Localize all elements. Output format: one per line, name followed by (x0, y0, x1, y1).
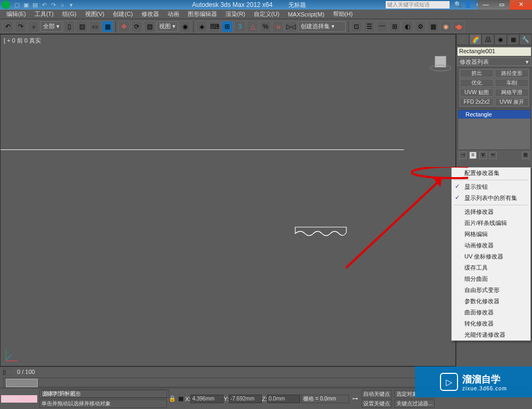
rendered-frame-icon[interactable]: ▦ (427, 21, 439, 32)
minimize-button[interactable]: — (478, 0, 494, 10)
tab-modify-icon[interactable]: 🌈 (469, 34, 482, 45)
mirror-icon[interactable]: ▷◁ (285, 21, 297, 32)
align-icon[interactable]: ⊡ (351, 21, 362, 32)
coord-y-input[interactable] (229, 395, 262, 403)
edit-named-sel-icon[interactable]: ⊌ (272, 21, 284, 32)
rotate-icon[interactable]: ⟳ (131, 21, 143, 32)
menu-mesh-editing[interactable]: 网格编辑 (452, 229, 530, 240)
menu-animation-modifiers[interactable]: 动画修改器 (452, 240, 530, 251)
key-mode-icon[interactable]: ⊶ (352, 395, 358, 402)
menu-show-buttons[interactable]: 显示按钮 (452, 181, 530, 193)
close-button[interactable]: ✕ (510, 0, 532, 10)
render-icon[interactable]: ◉ (440, 21, 452, 32)
add-time-tag-field[interactable]: 添加时间标记 (41, 389, 169, 398)
menu-maxscript[interactable]: MAXScript(M) (284, 10, 328, 19)
mod-btn-uvw-unwrap[interactable]: UVW 展开 (495, 98, 529, 106)
mod-btn-ffd[interactable]: FFD 2x2x2 (460, 98, 494, 106)
material-editor-icon[interactable]: ◐ (402, 21, 413, 32)
time-slider-handle[interactable] (6, 379, 38, 387)
modifier-stack[interactable]: Rectangle (458, 110, 531, 150)
search-input[interactable]: 键入关键字或短语 (386, 1, 450, 9)
mod-btn-lathe[interactable]: 车削 (495, 79, 529, 87)
auto-key-button[interactable]: 自动关键点 (361, 390, 392, 398)
layers-icon[interactable]: ☰ (363, 21, 375, 32)
menu-help[interactable]: 帮助(H) (329, 9, 357, 19)
qat-save-icon[interactable]: ▤ (31, 1, 39, 9)
viewcube-ring-icon[interactable] (430, 65, 451, 71)
named-selection-dropdown[interactable]: 创建选择集 ▾ (298, 21, 346, 32)
coord-z-input[interactable] (267, 395, 300, 403)
redo-icon[interactable]: ↷ (15, 21, 27, 32)
viewport[interactable]: [ + 0 前 0 真实 (0, 34, 456, 366)
mod-btn-uvw-map[interactable]: UVW 贴图 (460, 88, 494, 97)
snap-toggle-icon[interactable]: ⊞ (221, 21, 233, 32)
menu-create[interactable]: 创建(C) (109, 9, 137, 19)
scale-icon[interactable]: ▧ (144, 21, 155, 32)
transform-type-in-icon[interactable]: ▦ (177, 395, 185, 402)
mod-btn-extrude[interactable]: 挤出 (460, 69, 494, 78)
selection-scope-dropdown[interactable]: 全部 ▾ (40, 21, 62, 32)
window-crossing-icon[interactable]: ▦ (102, 21, 113, 32)
spinner-snap-icon[interactable]: % (260, 21, 271, 32)
pivot-icon[interactable]: ◉ (179, 21, 191, 32)
menu-parametric[interactable]: 参数化修改器 (452, 296, 530, 307)
tab-create-icon[interactable]: ☄ (456, 34, 469, 45)
object-name-field[interactable]: Rectangle001 (458, 47, 531, 56)
mod-btn-path-deform[interactable]: 路径变形 (495, 69, 529, 78)
menu-rendering[interactable]: 渲染(R) (221, 9, 250, 19)
qat-new-icon[interactable]: ▢ (13, 1, 21, 9)
percent-snap-icon[interactable]: △ (247, 21, 259, 32)
menu-show-all-sets[interactable]: 显示列表中的所有集 (452, 193, 530, 204)
select-region-rect-icon[interactable]: ▭ (89, 21, 101, 32)
menu-edit[interactable]: 编辑(E) (2, 9, 30, 19)
menu-patch-spline[interactable]: 面片/样条线编辑 (452, 218, 530, 229)
menu-surface-modifiers[interactable]: 曲面修改器 (452, 307, 530, 318)
menu-modifiers[interactable]: 修改器 (137, 9, 163, 19)
select-name-icon[interactable]: ▤ (76, 21, 88, 32)
menu-radiosity[interactable]: 光能传递修改器 (452, 329, 530, 340)
coord-x-input[interactable] (190, 395, 223, 403)
make-unique-icon[interactable]: ∀ (479, 152, 487, 159)
tab-hierarchy-icon[interactable]: 品 (481, 34, 494, 45)
tab-motion-icon[interactable]: ◉ (494, 34, 507, 45)
keyboard-shortcut-icon[interactable]: ⌨ (209, 21, 220, 32)
menu-group[interactable]: 组(G) (58, 9, 81, 19)
curve-editor-icon[interactable]: 〰 (376, 21, 388, 32)
modifier-stack-item[interactable]: Rectangle (458, 110, 530, 119)
ref-coord-dropdown[interactable]: 视图 ▾ (156, 21, 178, 32)
viewport-label[interactable]: [ + 0 前 0 真实 (1, 35, 455, 47)
maximize-button[interactable]: ▭ (494, 0, 510, 10)
qat-dropdown-icon[interactable]: ▾ (68, 1, 75, 9)
qat-open-icon[interactable]: ▣ (22, 1, 30, 9)
move-icon[interactable]: ✥ (118, 21, 130, 32)
menu-graph[interactable]: 图形编辑器 (184, 9, 221, 19)
app-logo-icon[interactable] (2, 1, 10, 9)
time-config-icon[interactable]: ▯ (2, 368, 12, 375)
select-manipulate-icon[interactable]: ◈ (196, 21, 207, 32)
menu-tools[interactable]: 工具(T) (30, 9, 58, 19)
menu-views[interactable]: 视图(V) (81, 9, 109, 19)
menu-customize[interactable]: 自定义(U) (250, 9, 284, 19)
lock-selection-icon[interactable]: 🔒 (168, 395, 177, 402)
menu-cache-tools[interactable]: 缓存工具 (452, 262, 530, 273)
menu-freeform[interactable]: 自由形式变形 (452, 285, 530, 296)
menu-animation[interactable]: 动画 (163, 9, 184, 19)
qat-link-icon[interactable]: ⟐ (59, 1, 66, 9)
tab-utilities-icon[interactable]: 🔧 (519, 34, 532, 45)
link-icon[interactable]: ⟐ (28, 21, 39, 32)
set-key-button[interactable]: 设置关键点 (361, 399, 392, 408)
render-setup-icon[interactable]: ⚙ (414, 21, 426, 32)
tab-display-icon[interactable]: ▦ (507, 34, 520, 45)
mod-btn-meshsmooth[interactable]: 网格平滑 (495, 88, 529, 97)
menu-conversion[interactable]: 转化修改器 (452, 318, 530, 329)
menu-configure-sets[interactable]: 配置修改器集 (452, 168, 530, 179)
remove-modifier-icon[interactable]: ✂ (489, 152, 497, 159)
undo-icon[interactable]: ↶ (2, 21, 14, 32)
render-prod-icon[interactable]: 🫖 (453, 21, 464, 32)
menu-selection-modifiers[interactable]: 选择修改器 (452, 206, 530, 218)
menu-subdiv-surfaces[interactable]: 细分曲面 (452, 273, 530, 285)
info-user-icon[interactable]: 👤 (464, 1, 472, 9)
schematic-view-icon[interactable]: ⊞ (389, 21, 401, 32)
key-filters-button[interactable]: 关键点过滤器... (394, 399, 435, 408)
viewcube[interactable] (430, 53, 451, 74)
